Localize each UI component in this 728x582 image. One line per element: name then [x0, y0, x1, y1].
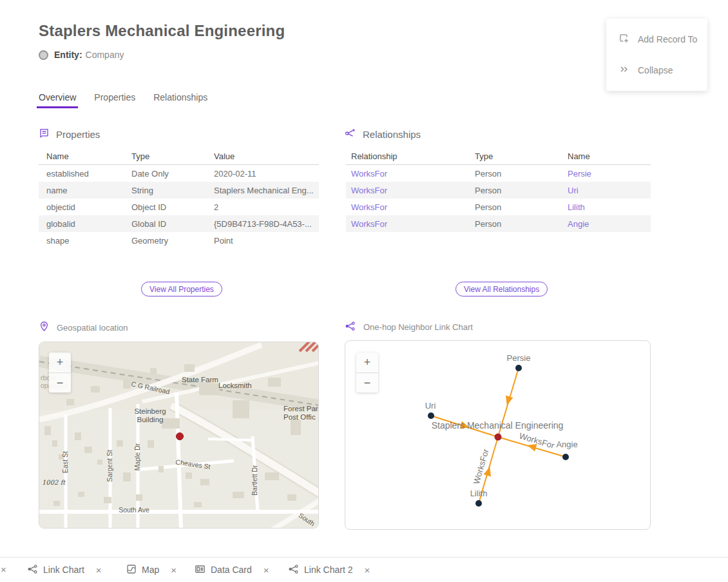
prop-value: Staplers Mechanical Eng... [214, 186, 319, 195]
table-row[interactable]: WorksFor Person Uri [346, 182, 651, 199]
link-chart-section-title: One-hop Neighbor Link Chart [363, 322, 473, 332]
node-lilith[interactable] [475, 500, 482, 507]
view-all-properties-button[interactable]: View All Properties [141, 282, 222, 296]
bottom-tab-data-card[interactable]: Data Card × [195, 558, 269, 582]
bottom-tab-label: Link Chart 2 [304, 565, 352, 575]
table-row[interactable]: globalid Global ID {5D9B4713-F98D-4A53-.… [39, 215, 319, 232]
close-icon[interactable]: × [364, 565, 370, 576]
rel-type: Person [475, 169, 568, 179]
table-row[interactable]: WorksFor Person Persie [346, 165, 651, 182]
map-label: Maple Dr [133, 443, 141, 470]
entity-label: Entity: [54, 50, 82, 60]
map-label: Locksmith [218, 382, 252, 389]
map-card: rbour opaedics C G Railroad State Farm L… [39, 342, 319, 529]
relationship-link[interactable]: WorksFor [346, 186, 475, 195]
map-pin-icon [39, 321, 49, 334]
zoom-in-button[interactable]: + [49, 353, 71, 373]
edge-label: WorksFor [472, 447, 491, 485]
column-header: Name [39, 151, 131, 161]
collapse-icon [618, 64, 629, 77]
node-label: Angie [556, 440, 577, 449]
table-row[interactable]: WorksFor Person Lilith [346, 199, 651, 215]
view-all-relationships-button[interactable]: View All Relationships [455, 282, 548, 296]
close-icon[interactable]: × [96, 565, 102, 576]
menu-item-collapse[interactable]: Collapse [606, 55, 707, 86]
close-icon[interactable]: × [263, 565, 269, 576]
table-row[interactable]: objectid Object ID 2 [39, 199, 319, 215]
relationships-section-header: Relationships [345, 128, 421, 141]
bottom-tab-bar: × Link Chart × Map × [0, 557, 728, 582]
bottom-tab-map[interactable]: Map × [126, 558, 177, 582]
rel-type: Person [475, 219, 568, 229]
prop-name: name [39, 186, 131, 195]
entity-color-dot [39, 50, 48, 60]
table-row[interactable]: name String Staplers Mechanical Eng... [39, 182, 319, 199]
prop-type: String [131, 186, 214, 195]
edge-label: WorksFor [518, 431, 556, 451]
bottom-tab-label: Link Chart [43, 565, 84, 575]
entity-location-marker[interactable] [177, 433, 184, 440]
zoom-out-button[interactable]: − [49, 373, 71, 393]
geospatial-section-header: Geospatial location [39, 321, 128, 334]
entity-link[interactable]: Persie [568, 169, 651, 179]
page-title: Staplers Mechanical Engineering [39, 22, 285, 40]
menu-item-add-record-to[interactable]: Add Record To [606, 24, 707, 55]
node-center[interactable] [495, 434, 502, 441]
prop-name: established [39, 169, 131, 179]
prop-name: globalid [39, 219, 131, 229]
tab-properties[interactable]: Properties [94, 92, 135, 108]
relationship-link[interactable]: WorksFor [346, 202, 475, 212]
bottom-tab-link-chart[interactable]: Link Chart × [27, 558, 102, 582]
map-label: South Ave [119, 506, 149, 514]
tab-relationships[interactable]: Relationships [153, 92, 207, 108]
add-record-icon [618, 33, 629, 46]
map-label: Building [137, 416, 164, 423]
prop-type: Object ID [131, 202, 214, 212]
map-label: Bartlett Dr [251, 465, 258, 496]
map-label: Forest Par [283, 405, 318, 412]
properties-table-body: established Date Only 2020-02-11 name St… [39, 165, 319, 249]
link-chart-canvas[interactable]: WorksFor WorksFor Persie Uri Angie Lilit… [345, 341, 651, 530]
entity-link[interactable]: Angie [568, 219, 651, 229]
chart-zoom-control: + − [356, 353, 378, 393]
table-row[interactable]: shape Geometry Point [39, 232, 319, 249]
prop-value: Point [214, 236, 319, 246]
table-row[interactable]: established Date Only 2020-02-11 [39, 165, 319, 182]
column-header: Name [568, 151, 651, 161]
entity-link[interactable]: Lilith [568, 202, 651, 212]
entity-link[interactable]: Uri [568, 186, 651, 195]
properties-section-header: Properties [39, 128, 100, 141]
menu-item-label: Add Record To [638, 34, 697, 44]
data-card-icon [195, 564, 206, 576]
node-label: Persie [507, 353, 531, 363]
node-label: Uri [425, 401, 436, 411]
prop-value: 2020-02-11 [214, 169, 319, 179]
prop-value: {5D9B4713-F98D-4A53-... [214, 219, 319, 229]
rel-type: Person [475, 186, 568, 195]
close-icon[interactable]: × [1, 564, 6, 575]
node-uri[interactable] [428, 412, 434, 419]
map-scale-label: 1002 ft [42, 479, 66, 486]
relationship-link[interactable]: WorksFor [346, 219, 475, 229]
zoom-out-button[interactable]: − [356, 373, 378, 393]
properties-section-title: Properties [56, 129, 100, 140]
prop-type: Global ID [131, 219, 214, 229]
relationships-table-header: Relationship Type Name [346, 148, 651, 165]
prop-type: Geometry [131, 236, 214, 246]
properties-icon [39, 128, 50, 141]
bottom-tab-link-chart-2[interactable]: Link Chart 2 × [288, 558, 370, 582]
map-icon [126, 564, 137, 576]
column-header: Type [131, 151, 214, 161]
prop-type: Date Only [131, 169, 214, 179]
link-chart-card: WorksFor WorksFor Persie Uri Angie Lilit… [345, 340, 651, 530]
relationship-link[interactable]: WorksFor [346, 169, 475, 179]
zoom-in-button[interactable]: + [356, 353, 378, 373]
node-angie[interactable] [562, 454, 569, 460]
map-canvas[interactable]: rbour opaedics C G Railroad State Farm L… [39, 342, 319, 529]
close-icon[interactable]: × [171, 565, 177, 576]
node-persie[interactable] [515, 365, 522, 371]
relationships-table: Relationship Type Name WorksFor Person P… [346, 148, 651, 232]
map-label: State Farm [182, 376, 218, 383]
tab-overview[interactable]: Overview [39, 92, 76, 108]
table-row[interactable]: WorksFor Person Angie [346, 215, 651, 232]
